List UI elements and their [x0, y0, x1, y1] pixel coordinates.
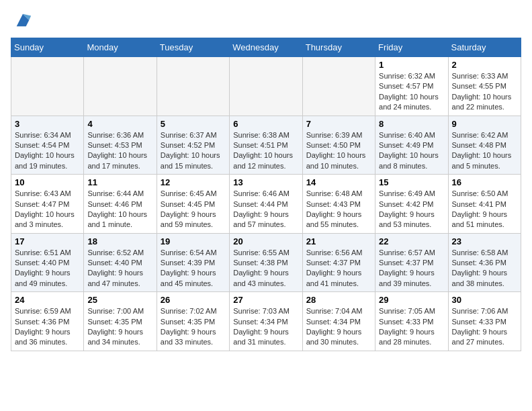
calendar-cell: 11Sunrise: 6:44 AMSunset: 4:46 PMDayligh… — [84, 175, 157, 234]
calendar-cell: 29Sunrise: 7:05 AMSunset: 4:33 PMDayligh… — [375, 292, 448, 351]
calendar-cell: 30Sunrise: 7:06 AMSunset: 4:33 PMDayligh… — [448, 292, 521, 351]
day-number: 17 — [15, 236, 80, 246]
weekday-header: Tuesday — [157, 38, 229, 57]
day-number: 2 — [452, 60, 517, 70]
day-number: 30 — [452, 295, 517, 305]
calendar-week-row: 3Sunrise: 6:34 AMSunset: 4:54 PMDaylight… — [11, 116, 521, 175]
calendar-cell — [302, 57, 375, 116]
day-info: Sunrise: 6:36 AMSunset: 4:53 PMDaylight:… — [87, 130, 152, 172]
page-header — [11, 11, 521, 30]
day-info: Sunrise: 6:45 AMSunset: 4:45 PMDaylight:… — [161, 189, 226, 230]
calendar-cell: 24Sunrise: 6:59 AMSunset: 4:36 PMDayligh… — [11, 292, 84, 351]
calendar-cell: 13Sunrise: 6:46 AMSunset: 4:44 PMDayligh… — [230, 175, 302, 234]
weekday-header: Monday — [84, 38, 157, 57]
calendar-week-row: 24Sunrise: 6:59 AMSunset: 4:36 PMDayligh… — [11, 292, 521, 351]
day-number: 5 — [161, 119, 226, 129]
day-info: Sunrise: 6:43 AMSunset: 4:47 PMDaylight:… — [15, 189, 80, 230]
calendar-cell: 3Sunrise: 6:34 AMSunset: 4:54 PMDaylight… — [11, 116, 84, 175]
weekday-header: Saturday — [448, 38, 521, 57]
calendar-cell: 7Sunrise: 6:39 AMSunset: 4:50 PMDaylight… — [302, 116, 375, 175]
calendar-cell: 9Sunrise: 6:42 AMSunset: 4:48 PMDaylight… — [448, 116, 521, 175]
day-number: 24 — [15, 295, 80, 305]
day-info: Sunrise: 6:56 AMSunset: 4:37 PMDaylight:… — [306, 248, 371, 289]
day-number: 26 — [161, 295, 226, 305]
day-info: Sunrise: 7:06 AMSunset: 4:33 PMDaylight:… — [452, 306, 517, 348]
calendar-cell: 22Sunrise: 6:57 AMSunset: 4:37 PMDayligh… — [375, 233, 448, 292]
calendar-cell — [157, 57, 229, 116]
calendar-cell: 12Sunrise: 6:45 AMSunset: 4:45 PMDayligh… — [157, 175, 229, 234]
day-info: Sunrise: 6:40 AMSunset: 4:49 PMDaylight:… — [379, 130, 444, 172]
day-number: 12 — [161, 177, 226, 187]
calendar-cell: 18Sunrise: 6:52 AMSunset: 4:40 PMDayligh… — [84, 233, 157, 292]
day-number: 23 — [452, 236, 517, 246]
day-number: 13 — [233, 177, 298, 187]
day-info: Sunrise: 6:48 AMSunset: 4:43 PMDaylight:… — [306, 189, 371, 230]
calendar-cell: 6Sunrise: 6:38 AMSunset: 4:51 PMDaylight… — [230, 116, 302, 175]
day-number: 22 — [379, 236, 444, 246]
day-number: 6 — [233, 119, 298, 129]
calendar-cell: 2Sunrise: 6:33 AMSunset: 4:55 PMDaylight… — [448, 57, 521, 116]
day-number: 7 — [306, 119, 371, 129]
day-number: 25 — [87, 295, 152, 305]
day-number: 27 — [233, 295, 298, 305]
day-info: Sunrise: 6:44 AMSunset: 4:46 PMDaylight:… — [87, 189, 152, 230]
weekday-header: Thursday — [302, 38, 375, 57]
day-info: Sunrise: 6:34 AMSunset: 4:54 PMDaylight:… — [15, 130, 80, 172]
calendar-cell: 23Sunrise: 6:58 AMSunset: 4:36 PMDayligh… — [448, 233, 521, 292]
day-info: Sunrise: 7:02 AMSunset: 4:35 PMDaylight:… — [161, 306, 226, 348]
calendar-cell: 1Sunrise: 6:32 AMSunset: 4:57 PMDaylight… — [375, 57, 448, 116]
day-number: 29 — [379, 295, 444, 305]
day-info: Sunrise: 7:00 AMSunset: 4:35 PMDaylight:… — [87, 306, 152, 348]
day-number: 4 — [87, 119, 152, 129]
day-info: Sunrise: 6:52 AMSunset: 4:40 PMDaylight:… — [87, 248, 152, 289]
weekday-header: Wednesday — [230, 38, 302, 57]
day-info: Sunrise: 6:32 AMSunset: 4:57 PMDaylight:… — [379, 71, 444, 113]
calendar-cell — [230, 57, 302, 116]
day-info: Sunrise: 6:58 AMSunset: 4:36 PMDaylight:… — [452, 248, 517, 289]
calendar-header-row: SundayMondayTuesdayWednesdayThursdayFrid… — [11, 38, 521, 57]
calendar-cell: 20Sunrise: 6:55 AMSunset: 4:38 PMDayligh… — [230, 233, 302, 292]
day-number: 15 — [379, 177, 444, 187]
calendar-cell: 27Sunrise: 7:03 AMSunset: 4:34 PMDayligh… — [230, 292, 302, 351]
day-info: Sunrise: 6:51 AMSunset: 4:40 PMDaylight:… — [15, 248, 80, 289]
calendar-cell: 25Sunrise: 7:00 AMSunset: 4:35 PMDayligh… — [84, 292, 157, 351]
day-info: Sunrise: 6:33 AMSunset: 4:55 PMDaylight:… — [452, 71, 517, 113]
calendar-cell: 17Sunrise: 6:51 AMSunset: 4:40 PMDayligh… — [11, 233, 84, 292]
calendar-cell: 19Sunrise: 6:54 AMSunset: 4:39 PMDayligh… — [157, 233, 229, 292]
calendar-cell: 8Sunrise: 6:40 AMSunset: 4:49 PMDaylight… — [375, 116, 448, 175]
day-number: 19 — [161, 236, 226, 246]
day-info: Sunrise: 6:49 AMSunset: 4:42 PMDaylight:… — [379, 189, 444, 230]
day-info: Sunrise: 6:54 AMSunset: 4:39 PMDaylight:… — [161, 248, 226, 289]
day-info: Sunrise: 6:42 AMSunset: 4:48 PMDaylight:… — [452, 130, 517, 172]
logo — [11, 11, 32, 30]
day-number: 21 — [306, 236, 371, 246]
day-number: 3 — [15, 119, 80, 129]
calendar-cell: 14Sunrise: 6:48 AMSunset: 4:43 PMDayligh… — [302, 175, 375, 234]
day-info: Sunrise: 6:57 AMSunset: 4:37 PMDaylight:… — [379, 248, 444, 289]
calendar-week-row: 1Sunrise: 6:32 AMSunset: 4:57 PMDaylight… — [11, 57, 521, 116]
day-number: 18 — [87, 236, 152, 246]
day-number: 9 — [452, 119, 517, 129]
calendar-cell: 26Sunrise: 7:02 AMSunset: 4:35 PMDayligh… — [157, 292, 229, 351]
calendar-week-row: 10Sunrise: 6:43 AMSunset: 4:47 PMDayligh… — [11, 175, 521, 234]
day-info: Sunrise: 7:03 AMSunset: 4:34 PMDaylight:… — [233, 306, 298, 348]
day-number: 1 — [379, 60, 444, 70]
calendar-cell: 15Sunrise: 6:49 AMSunset: 4:42 PMDayligh… — [375, 175, 448, 234]
day-number: 16 — [452, 177, 517, 187]
day-info: Sunrise: 6:59 AMSunset: 4:36 PMDaylight:… — [15, 306, 80, 348]
calendar-table: SundayMondayTuesdayWednesdayThursdayFrid… — [11, 38, 521, 351]
calendar-week-row: 17Sunrise: 6:51 AMSunset: 4:40 PMDayligh… — [11, 233, 521, 292]
calendar-cell: 10Sunrise: 6:43 AMSunset: 4:47 PMDayligh… — [11, 175, 84, 234]
day-number: 14 — [306, 177, 371, 187]
day-number: 20 — [233, 236, 298, 246]
day-info: Sunrise: 6:39 AMSunset: 4:50 PMDaylight:… — [306, 130, 371, 172]
calendar-cell — [11, 57, 84, 116]
logo-icon — [13, 11, 32, 30]
calendar-cell: 16Sunrise: 6:50 AMSunset: 4:41 PMDayligh… — [448, 175, 521, 234]
day-number: 11 — [87, 177, 152, 187]
day-info: Sunrise: 7:04 AMSunset: 4:34 PMDaylight:… — [306, 306, 371, 348]
calendar-cell — [84, 57, 157, 116]
day-info: Sunrise: 6:46 AMSunset: 4:44 PMDaylight:… — [233, 189, 298, 230]
weekday-header: Friday — [375, 38, 448, 57]
day-number: 8 — [379, 119, 444, 129]
